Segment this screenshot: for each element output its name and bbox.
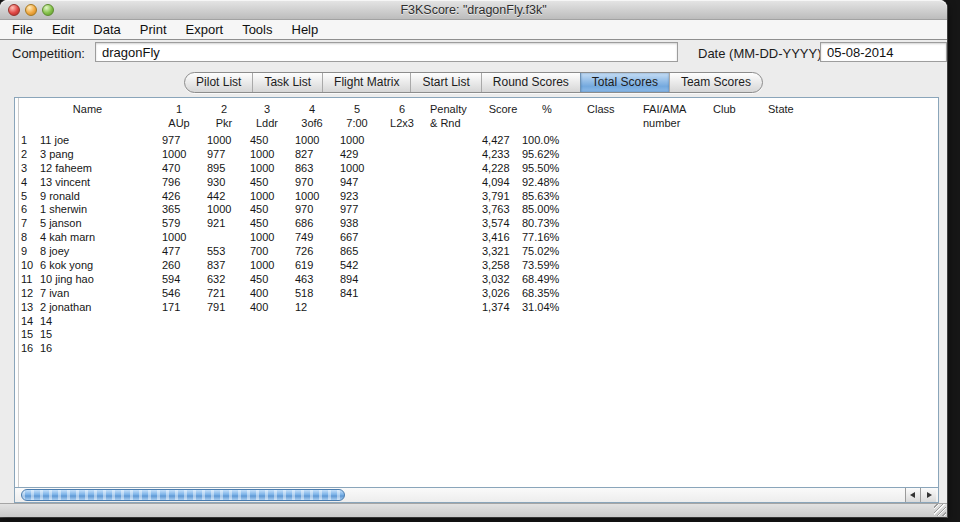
round-3-cell: 1000 (250, 148, 274, 162)
percent-cell: 73.59% (522, 259, 559, 273)
percent-cell: 68.35% (522, 287, 559, 301)
total-score-cell: 4,427 (482, 134, 510, 148)
percent-cell: 85.00% (522, 203, 559, 217)
round-4-cell: 726 (295, 245, 313, 259)
tab-start-list[interactable]: Start List (410, 73, 480, 92)
header-name: Name (30, 103, 145, 116)
date-label: Date (MM-DD-YYYY): (698, 44, 825, 64)
percent-cell: 92.48% (522, 176, 559, 190)
total-score-cell: 3,032 (482, 273, 510, 287)
tab-total-scores[interactable]: Total Scores (580, 73, 669, 92)
header-percent: % (522, 103, 572, 116)
header-state: State (768, 103, 818, 116)
percent-cell: 85.63% (522, 190, 559, 204)
competition-input[interactable] (95, 42, 678, 62)
round-5-cell: 977 (340, 203, 358, 217)
header-round-4-task: 3of6 (291, 117, 333, 130)
table-row[interactable]: 106 kok yong26083710006195423,25873.59% (16, 259, 938, 273)
pilot-name-cell: 15 (40, 328, 158, 342)
table-row[interactable]: 59 ronald426442100010009233,79185.63% (16, 190, 938, 204)
table-row[interactable]: 132 jonathan171791400121,37431.04% (16, 301, 938, 315)
round-5-cell: 923 (340, 190, 358, 204)
percent-cell: 31.04% (522, 301, 559, 315)
pilot-name-cell: 16 (40, 342, 158, 356)
total-score-cell: 1,374 (482, 301, 510, 315)
round-3-cell: 450 (250, 134, 268, 148)
round-2-cell: 791 (207, 301, 225, 315)
round-2-cell: 721 (207, 287, 225, 301)
header-fai-line1: FAI/AMA (643, 103, 703, 116)
scrollbar-thumb[interactable] (21, 489, 345, 501)
table-row[interactable]: 413 vincent7969304509709474,09492.48% (16, 176, 938, 190)
total-score-cell: 3,026 (482, 287, 510, 301)
round-3-cell: 1000 (250, 190, 274, 204)
round-4-cell: 970 (295, 176, 313, 190)
pilot-name-cell: 6 kok yong (40, 259, 158, 273)
percent-cell: 77.16% (522, 231, 559, 245)
table-row[interactable]: 1616 (16, 342, 938, 356)
round-1-cell: 546 (162, 287, 180, 301)
menu-print[interactable]: Print (138, 20, 169, 39)
date-input[interactable] (820, 42, 947, 62)
percent-cell: 80.73% (522, 217, 559, 231)
pilot-name-cell: 13 vincent (40, 176, 158, 190)
total-score-cell: 4,228 (482, 162, 510, 176)
pilot-name-cell: 5 janson (40, 217, 158, 231)
menu-tools[interactable]: Tools (240, 20, 274, 39)
table-row[interactable]: 111 joe9771000450100010004,427100.0% (16, 134, 938, 148)
round-1-cell: 1000 (162, 148, 186, 162)
scroll-right-button[interactable] (921, 488, 936, 502)
table-row[interactable]: 1515 (16, 328, 938, 342)
table-row[interactable]: 61 sherwin36510004509709773,76385.00% (16, 203, 938, 217)
table-row[interactable]: 127 ivan5467214005188413,02668.35% (16, 287, 938, 301)
round-4-cell: 463 (295, 273, 313, 287)
round-3-cell: 400 (250, 287, 268, 301)
menu-edit[interactable]: Edit (50, 20, 76, 39)
round-3-cell: 450 (250, 176, 268, 190)
header-round-2-task: Pkr (203, 117, 245, 130)
titlebar[interactable]: F3KScore: "dragonFly.f3k" (0, 0, 947, 20)
horizontal-scrollbar[interactable] (15, 487, 938, 502)
total-score-cell: 4,094 (482, 176, 510, 190)
tab-flight-matrix[interactable]: Flight Matrix (322, 73, 410, 92)
tab-team-scores[interactable]: Team Scores (669, 73, 762, 92)
menu-export[interactable]: Export (184, 20, 226, 39)
table-row[interactable]: 23 pang100097710008274294,23395.62% (16, 148, 938, 162)
tab-pilot-list[interactable]: Pilot List (185, 73, 252, 92)
header-round-5-task: 7:00 (336, 117, 378, 130)
round-5-cell: 1000 (340, 162, 364, 176)
table-row[interactable]: 75 janson5799214506869383,57480.73% (16, 217, 938, 231)
tab-row: Pilot ListTask ListFlight MatrixStart Li… (0, 72, 947, 93)
table-row[interactable]: 1414 (16, 315, 938, 329)
header-penalty-line2: & Rnd (430, 117, 482, 130)
table-row[interactable]: 1110 jing hao5946324504638943,03268.49% (16, 273, 938, 287)
header-class: Class (587, 103, 637, 116)
pilot-name-cell: 3 pang (40, 148, 158, 162)
table-row[interactable]: 84 kah marn100010007496673,41677.16% (16, 231, 938, 245)
total-score-cell: 3,321 (482, 245, 510, 259)
pilot-name-cell: 10 jing hao (40, 273, 158, 287)
table-row[interactable]: 98 joey4775537007268653,32175.02% (16, 245, 938, 259)
header-round-6-task: L2x3 (381, 117, 423, 130)
menu-data[interactable]: Data (91, 20, 122, 39)
header-fai-line2: number (643, 117, 703, 130)
menu-help[interactable]: Help (290, 20, 321, 39)
table-row[interactable]: 312 faheem470895100086310004,22895.50% (16, 162, 938, 176)
round-1-cell: 796 (162, 176, 180, 190)
round-4-cell: 1000 (295, 190, 319, 204)
round-5-cell: 542 (340, 259, 358, 273)
tab-round-scores[interactable]: Round Scores (481, 73, 580, 92)
header-club: Club (713, 103, 763, 116)
round-5-cell: 1000 (340, 134, 364, 148)
round-2-cell: 1000 (207, 134, 231, 148)
round-5-cell: 429 (340, 148, 358, 162)
menu-file[interactable]: File (10, 20, 35, 39)
total-score-cell: 3,791 (482, 190, 510, 204)
arrow-right-icon (927, 492, 932, 498)
tab-task-list[interactable]: Task List (252, 73, 322, 92)
round-2-cell: 921 (207, 217, 225, 231)
round-2-cell: 977 (207, 148, 225, 162)
round-2-cell: 930 (207, 176, 225, 190)
scroll-left-button[interactable] (906, 488, 921, 502)
resize-grip[interactable] (934, 504, 946, 516)
